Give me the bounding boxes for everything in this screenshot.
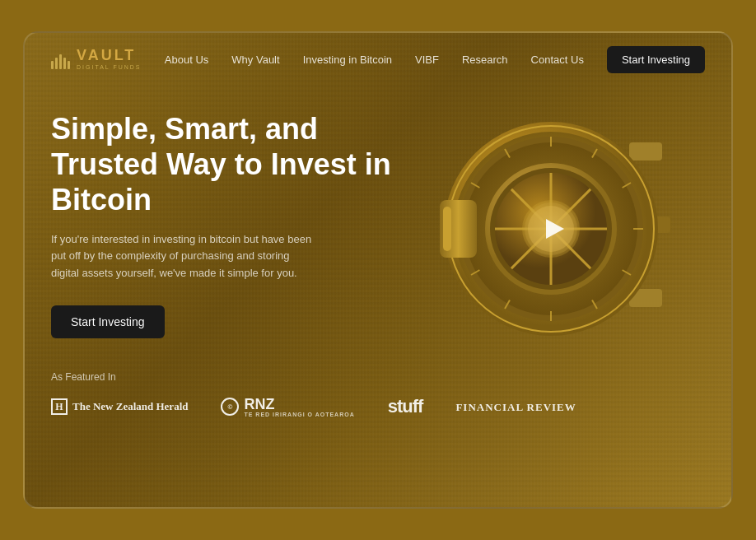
rnz-text: RNZ TE RED IRIRANGI O AOTEAROA [244, 397, 354, 417]
vault-visual [405, 101, 705, 348]
logo-bar-1 [51, 61, 54, 69]
nav-cta-button[interactable]: Start Investing [607, 46, 705, 73]
logo-text-group: VAULT DIGITAL FUNDS [77, 48, 142, 70]
rnz-logo: © RNZ TE RED IRIRANGI O AOTEAROA [221, 397, 354, 417]
logo: VAULT DIGITAL FUNDS [51, 48, 142, 70]
logo-icon [51, 49, 70, 69]
nav-item-about[interactable]: About Us [165, 52, 208, 67]
financial-review-text: FINANCIAL REVIEW [455, 401, 576, 413]
nav-link-contact[interactable]: Contact Us [531, 54, 584, 66]
nzherald-icon: H [51, 398, 68, 415]
navbar: VAULT DIGITAL FUNDS About Us Why Vault I… [25, 33, 731, 85]
rnz-sub-text: TE RED IRIRANGI O AOTEAROA [244, 412, 354, 417]
featured-section: As Featured In H The New Zealand Herald … [25, 348, 731, 434]
nav-item-research[interactable]: Research [462, 52, 508, 67]
svg-rect-32 [443, 207, 451, 251]
hero-content: Simple, Smart, and Trusted Way to Invest… [51, 111, 405, 338]
hero-title: Simple, Smart, and Trusted Way to Invest… [51, 111, 405, 218]
logo-bar-4 [63, 58, 66, 69]
nav-link-investing[interactable]: Investing in Bitcoin [303, 54, 392, 66]
logo-bar-5 [68, 61, 70, 69]
featured-label: As Featured In [51, 371, 705, 383]
nav-item-why[interactable]: Why Vault [231, 52, 279, 67]
nzherald-logo: H The New Zealand Herald [51, 398, 188, 415]
featured-logos: H The New Zealand Herald © RNZ TE RED IR… [51, 396, 705, 417]
financial-review-logo: FINANCIAL REVIEW [455, 399, 576, 414]
logo-bar-2 [55, 58, 58, 69]
nav-item-investing[interactable]: Investing in Bitcoin [303, 52, 392, 67]
hero-section: Simple, Smart, and Trusted Way to Invest… [25, 85, 731, 348]
nav-item-contact[interactable]: Contact Us [531, 52, 584, 67]
hero-cta-button[interactable]: Start Investing [51, 305, 165, 338]
stuff-text: stuff [388, 396, 423, 417]
stuff-logo: stuff [388, 396, 423, 417]
logo-bar-3 [59, 54, 62, 69]
nav-link-research[interactable]: Research [462, 54, 508, 66]
nav-links: About Us Why Vault Investing in Bitcoin … [165, 52, 705, 67]
nav-link-why[interactable]: Why Vault [231, 54, 279, 66]
nav-item-vibf[interactable]: VIBF [415, 52, 439, 67]
logo-subtitle: DIGITAL FUNDS [77, 64, 142, 70]
rnz-circle-icon: © [221, 398, 239, 416]
nav-cta-item[interactable]: Start Investing [607, 52, 705, 67]
hero-description: If you're interested in investing in bit… [51, 231, 315, 282]
nav-link-about[interactable]: About Us [165, 54, 208, 66]
nzherald-text: The New Zealand Herald [72, 400, 188, 413]
svg-rect-0 [629, 142, 662, 161]
nav-link-vibf[interactable]: VIBF [415, 54, 439, 66]
main-container: VAULT DIGITAL FUNDS About Us Why Vault I… [23, 31, 733, 509]
logo-name: VAULT [77, 48, 142, 63]
rnz-main-text: RNZ [244, 397, 354, 412]
vault-svg [432, 101, 679, 348]
